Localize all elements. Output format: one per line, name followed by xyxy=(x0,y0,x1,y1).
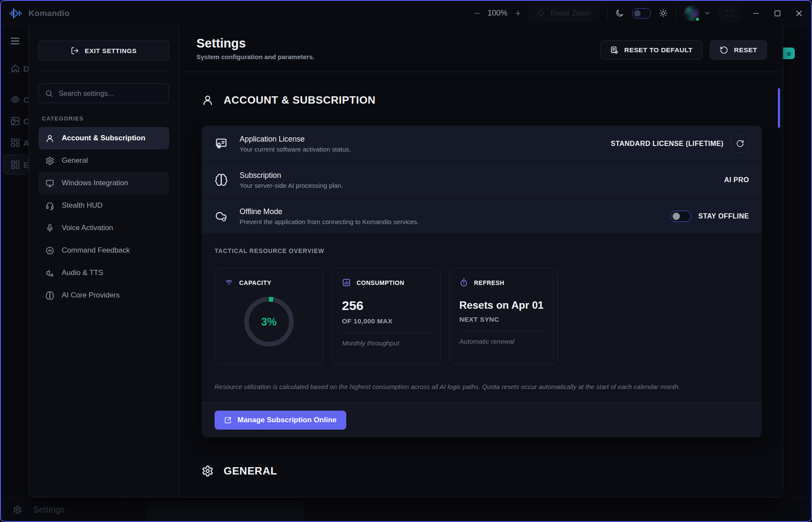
speaker-gear-icon xyxy=(45,269,54,278)
menu-icon xyxy=(9,35,21,47)
consumption-note: Monthly throughput xyxy=(342,339,431,347)
exit-settings-button[interactable]: EXIT SETTINGS xyxy=(38,41,169,60)
document-gear-icon xyxy=(610,46,619,54)
sidebar-divider xyxy=(38,72,169,72)
titlebar-divider xyxy=(676,7,676,20)
theme-toggle[interactable] xyxy=(632,8,651,19)
reset-button[interactable]: RESET xyxy=(710,40,767,60)
settings-main: Settings System configuration and parame… xyxy=(179,26,783,497)
consumption-label: CONSUMPTION xyxy=(357,279,404,286)
row-title: Offline Mode xyxy=(240,207,659,216)
settings-scroll-area[interactable]: ACCOUNT & SUBSCRIPTION Application Licen… xyxy=(179,73,783,497)
consumption-max: OF 10,000 MAX xyxy=(342,317,431,325)
reset-to-default-button[interactable]: RESET TO DEFAULT xyxy=(600,40,702,60)
row-subscription: Subscription Your server-side AI process… xyxy=(202,162,762,198)
sidebar-item-account-subscription[interactable]: Account & Subscription xyxy=(38,127,169,149)
titlebar: Komandio − 100% + Reset Zoom xyxy=(1,1,811,26)
external-link-icon xyxy=(224,416,232,424)
grid-icon xyxy=(10,138,20,148)
log-out-icon xyxy=(71,47,79,55)
audio-circle-icon xyxy=(45,246,54,255)
focus-icon xyxy=(725,9,733,18)
close-icon xyxy=(795,9,803,18)
capacity-card: CAPACITY 3% xyxy=(215,268,323,365)
gear-icon xyxy=(45,156,54,165)
background-footer-label: Settings xyxy=(33,505,64,515)
user-menu[interactable] xyxy=(684,6,711,21)
general-section-title: GENERAL xyxy=(224,465,277,477)
account-card-footer: Manage Subscription Online xyxy=(202,402,762,437)
background-nav-label: E xyxy=(23,161,29,170)
sidebar-item-audio-tts[interactable]: Audio & TTS xyxy=(38,262,169,284)
manage-subscription-button[interactable]: Manage Subscription Online xyxy=(215,411,346,430)
row-offline-mode: Offline Mode Prevent the application fro… xyxy=(202,198,762,234)
focus-mode-button[interactable] xyxy=(719,5,739,22)
chevron-down-icon[interactable] xyxy=(704,9,711,17)
gauge-icon xyxy=(224,278,234,287)
account-card: Application License Your current softwar… xyxy=(202,126,762,437)
sidebar-item-voice-activation[interactable]: Voice Activation xyxy=(38,217,169,239)
capacity-gauge: 3% xyxy=(224,294,313,349)
avatar[interactable] xyxy=(684,6,699,21)
overview-label: TACTICAL RESOURCE OVERVIEW xyxy=(215,247,749,254)
zoom-out-button[interactable]: − xyxy=(474,9,480,18)
moon-icon xyxy=(615,9,624,18)
refresh-license-button[interactable] xyxy=(731,135,749,153)
scrollbar-thumb[interactable] xyxy=(778,88,780,128)
background-footer-panel xyxy=(148,501,303,521)
row-description: Prevent the application from connecting … xyxy=(240,218,659,225)
row-description: Your current software activation status. xyxy=(240,146,599,153)
sidebar-item-label: General xyxy=(62,156,88,165)
refresh-value: Resets on Apr 01 xyxy=(459,299,548,311)
zoom-in-button[interactable]: + xyxy=(515,9,521,18)
offline-mode-toggle[interactable] xyxy=(670,211,691,222)
sidebar-item-command-feedback[interactable]: Command Feedback xyxy=(38,239,169,262)
general-section-header: GENERAL xyxy=(202,465,762,477)
exit-settings-label: EXIT SETTINGS xyxy=(85,47,136,54)
theme-toggle-knob xyxy=(634,10,641,16)
categories-label: CATEGORIES xyxy=(42,115,169,122)
monitor-icon xyxy=(45,179,54,188)
online-status-dot xyxy=(695,17,700,22)
sidebar-item-ai-core-providers[interactable]: AI Core Providers xyxy=(38,284,169,307)
manage-subscription-label: Manage Subscription Online xyxy=(237,416,337,424)
sidebar-item-general[interactable]: General xyxy=(38,149,169,172)
reset-to-default-label: RESET TO DEFAULT xyxy=(624,46,692,54)
close-button[interactable] xyxy=(795,9,803,18)
reset-zoom-button[interactable]: Reset Zoom xyxy=(528,5,599,22)
capacity-percent: 3% xyxy=(261,316,277,328)
sidebar-item-label: Account & Subscription xyxy=(62,134,145,142)
subscription-value: AI PRO xyxy=(724,176,749,184)
search-input[interactable] xyxy=(38,83,169,103)
minimize-button[interactable] xyxy=(752,9,760,18)
rotate-ccw-icon xyxy=(720,46,728,54)
capacity-label: CAPACITY xyxy=(239,279,272,286)
account-section-title: ACCOUNT & SUBSCRIPTION xyxy=(224,94,376,106)
sidebar-item-label: Voice Activation xyxy=(62,224,113,232)
settings-overlay: EXIT SETTINGS CATEGORIES Account & Subsc… xyxy=(28,26,783,497)
app-title: Komandio xyxy=(28,9,70,18)
settings-header: Settings System configuration and parame… xyxy=(179,26,783,72)
sidebar-item-stealth-hud[interactable]: Stealth HUD xyxy=(38,194,169,217)
sidebar-item-windows-integration[interactable]: Windows Integration xyxy=(38,172,169,194)
gear-icon xyxy=(202,465,214,477)
crosshair-icon xyxy=(537,9,545,17)
brain-icon xyxy=(215,173,228,187)
resource-overview: TACTICAL RESOURCE OVERVIEW CAPACITY xyxy=(202,234,762,402)
refresh-card: REFRESH Resets on Apr 01 NEXT SYNC Autom… xyxy=(449,268,558,365)
titlebar-divider xyxy=(607,7,607,20)
refresh-note: Automatic renewal xyxy=(459,338,548,345)
settings-search xyxy=(38,83,169,103)
consumption-card: CONSUMPTION 256 OF 10,000 MAX Monthly th… xyxy=(332,268,441,365)
sun-icon xyxy=(659,9,668,18)
bar-chart-icon xyxy=(342,278,351,287)
maximize-button[interactable] xyxy=(773,9,782,18)
row-title: Application License xyxy=(240,135,599,144)
app-logo-icon xyxy=(9,6,22,20)
resource-footnote: Resource utilization is calculated based… xyxy=(215,383,749,390)
card-divider xyxy=(459,331,548,331)
toggle-knob xyxy=(673,212,680,220)
refresh-sub: NEXT SYNC xyxy=(459,316,548,323)
grid-icon xyxy=(10,160,20,170)
sidebar-item-label: Audio & TTS xyxy=(62,269,103,277)
